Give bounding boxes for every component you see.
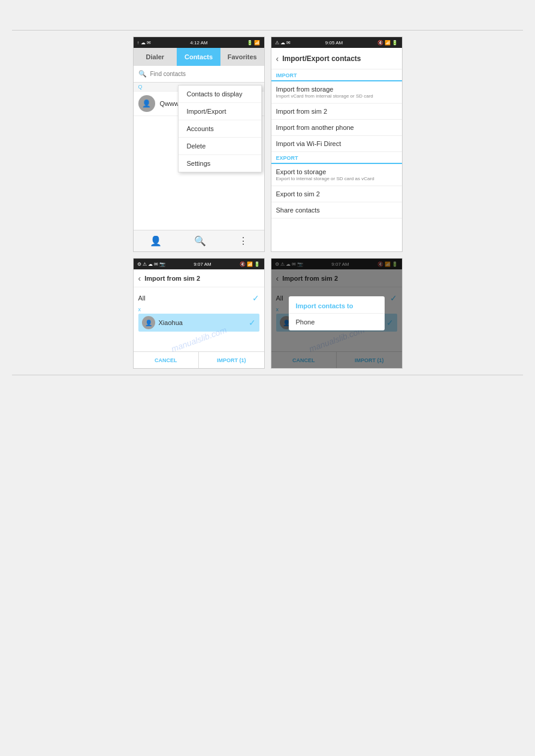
check-all-icon-left[interactable]: ✓ bbox=[252, 293, 259, 303]
status-icons-left-2: ⚠ ☁ ✉ bbox=[275, 40, 291, 45]
section-letter: Q bbox=[138, 84, 143, 90]
ie-import-another-phone[interactable]: Import from another phone bbox=[271, 120, 402, 136]
signal-strength-icon-1: 📶 bbox=[254, 40, 260, 45]
alert-icon-3: ⚠ bbox=[143, 262, 147, 267]
signal-icon-2: 📶 bbox=[385, 40, 391, 45]
import-export-screen: ⚠ ☁ ✉ 9:05 AM 🔇 📶 🔋 ‹ Import/Export cont… bbox=[271, 37, 403, 252]
dialog-option-phone[interactable]: Phone bbox=[289, 314, 385, 330]
dropdown-delete[interactable]: Delete bbox=[179, 138, 261, 155]
sim2-header-left: ‹ Import from sim 2 bbox=[134, 269, 264, 287]
status-icons-right-2: 🔇 📶 🔋 bbox=[377, 40, 398, 45]
avatar-xiaohua-left: 👤 bbox=[142, 316, 155, 329]
alert-icon-2: ⚠ bbox=[275, 40, 279, 45]
import-sim2-left-screen: ⚙ ⚠ ☁ ✉ 📷 9:07 AM 🔇 📶 🔋 ‹ Import from si… bbox=[133, 258, 265, 369]
tab-contacts[interactable]: Contacts bbox=[177, 48, 220, 66]
status-bar-3: ⚙ ⚠ ☁ ✉ 📷 9:07 AM 🔇 📶 🔋 bbox=[134, 259, 264, 269]
sim2-contact-left-info: 👤 Xiaohua bbox=[142, 316, 183, 329]
tab-bar-1: Dialer Contacts Favorites bbox=[134, 48, 264, 66]
status-icons-right-3: 🔇 📶 🔋 bbox=[240, 262, 260, 267]
time-display-2: 9:05 AM bbox=[325, 40, 343, 45]
dropdown-menu: Contacts to display Import/Export Accoun… bbox=[178, 85, 262, 172]
ie-export-sim2[interactable]: Export to sim 2 bbox=[271, 186, 402, 202]
top-divider bbox=[12, 30, 523, 31]
avatar-icon: 👤 bbox=[142, 99, 151, 108]
sim2-back-icon-left[interactable]: ‹ bbox=[138, 274, 141, 283]
ie-import-storage[interactable]: Import from storage Import vCard from in… bbox=[271, 81, 402, 104]
search-bar: 🔍 bbox=[134, 66, 264, 83]
mute-icon-2: 🔇 bbox=[377, 40, 383, 45]
tab-dialer[interactable]: Dialer bbox=[134, 48, 177, 66]
status-icons-right-1: 🔋 📶 bbox=[247, 40, 260, 45]
tab-favorites[interactable]: Favorites bbox=[220, 48, 264, 66]
ie-share-contacts[interactable]: Share contacts bbox=[271, 202, 402, 218]
dropdown-contacts-to-display[interactable]: Contacts to display bbox=[179, 86, 261, 103]
mail-icon-2: ✉ bbox=[286, 40, 291, 45]
status-icons-left-1: ↑ ☁ ✉ bbox=[137, 40, 151, 45]
search-icon: 🔍 bbox=[138, 70, 147, 78]
search-input[interactable] bbox=[150, 71, 259, 77]
ie-header-title: Import/Export contacts bbox=[282, 54, 361, 63]
page-container: ↑ ☁ ✉ 4:12 AM 🔋 📶 Dialer Contacts bbox=[0, 12, 535, 393]
import-sim2-right-screen: ⚙ ⚠ ☁ ✉ 📷 9:07 AM 🔇 📶 🔋 ‹ Import from si… bbox=[271, 258, 403, 369]
bottom-screens-row: ⚙ ⚠ ☁ ✉ 📷 9:07 AM 🔇 📶 🔋 ‹ Import from si… bbox=[12, 258, 523, 369]
sim2-bottom-bar-left: CANCEL IMPORT (1) bbox=[134, 351, 264, 368]
cloud-icon-1: ☁ bbox=[141, 40, 146, 45]
cloud-icon-2: ☁ bbox=[280, 40, 285, 45]
import-section-label: IMPORT bbox=[271, 69, 402, 81]
dialog-overlay[interactable]: Import contacts to Phone bbox=[271, 259, 402, 368]
gear-icon-3: ⚙ bbox=[137, 262, 141, 267]
ie-import-sim2[interactable]: Import from sim 2 bbox=[271, 104, 402, 120]
contacts-screen: ↑ ☁ ✉ 4:12 AM 🔋 📶 Dialer Contacts bbox=[133, 37, 265, 252]
top-screens-row: ↑ ☁ ✉ 4:12 AM 🔋 📶 Dialer Contacts bbox=[12, 37, 523, 252]
sim2-header-title-left: Import from sim 2 bbox=[144, 275, 200, 282]
status-icons-left-3: ⚙ ⚠ ☁ ✉ 📷 bbox=[137, 262, 165, 267]
ie-export-storage[interactable]: Export to storage Export to internal sto… bbox=[271, 164, 402, 186]
section-x-left: x bbox=[138, 305, 259, 314]
sim2-contact-name-left: Xiaohua bbox=[159, 319, 183, 326]
cloud-icon-3: ☁ bbox=[148, 262, 153, 267]
avatar-qwwww: 👤 bbox=[138, 95, 155, 112]
mail-icon-3: ✉ bbox=[154, 262, 158, 267]
mute-icon-3: 🔇 bbox=[240, 262, 246, 267]
dropdown-accounts[interactable]: Accounts bbox=[179, 120, 261, 138]
sim2-all-row-left: All ✓ bbox=[138, 291, 259, 305]
signal-icon-1: ↑ bbox=[137, 40, 140, 45]
ie-import-wifi-direct[interactable]: Import via Wi-Fi Direct bbox=[271, 136, 402, 152]
camera-icon-3: 📷 bbox=[159, 262, 165, 267]
dropdown-settings[interactable]: Settings bbox=[179, 155, 261, 172]
import-button-left[interactable]: IMPORT (1) bbox=[198, 352, 264, 368]
export-section-label: EXPORT bbox=[271, 152, 402, 164]
mail-icon-1: ✉ bbox=[147, 40, 151, 45]
sim2-all-label-left: All bbox=[138, 294, 146, 302]
ie-header: ‹ Import/Export contacts bbox=[271, 48, 402, 69]
nav-search-icon[interactable]: 🔍 bbox=[194, 235, 206, 247]
import-contacts-dialog: Import contacts to Phone bbox=[289, 296, 385, 330]
battery-icon-3: 🔋 bbox=[254, 262, 260, 267]
dropdown-import-export[interactable]: Import/Export bbox=[179, 103, 261, 120]
ie-back-icon[interactable]: ‹ bbox=[276, 54, 279, 63]
signal-icon-3: 📶 bbox=[247, 262, 253, 267]
sim2-content-left: All ✓ x 👤 Xiaohua ✓ bbox=[134, 287, 264, 335]
nav-contacts-icon[interactable]: 👤 bbox=[150, 235, 162, 247]
bottom-divider bbox=[12, 375, 523, 375]
bottom-nav-1: 👤 🔍 ⋮ bbox=[134, 230, 264, 251]
check-contact-icon-left: ✓ bbox=[249, 318, 256, 327]
sim2-contact-row-left[interactable]: 👤 Xiaohua ✓ bbox=[138, 314, 259, 332]
time-display-3: 9:07 AM bbox=[194, 262, 211, 267]
status-bar-2: ⚠ ☁ ✉ 9:05 AM 🔇 📶 🔋 bbox=[271, 37, 402, 48]
time-display-1: 4:12 AM bbox=[190, 40, 207, 45]
status-bar-1: ↑ ☁ ✉ 4:12 AM 🔋 📶 bbox=[134, 37, 264, 48]
cancel-button-left[interactable]: CANCEL bbox=[134, 352, 199, 368]
nav-more-icon[interactable]: ⋮ bbox=[238, 235, 248, 247]
dialog-title: Import contacts to bbox=[289, 296, 385, 314]
battery-icon-1: 🔋 bbox=[247, 40, 253, 45]
battery-icon-2: 🔋 bbox=[392, 40, 398, 45]
